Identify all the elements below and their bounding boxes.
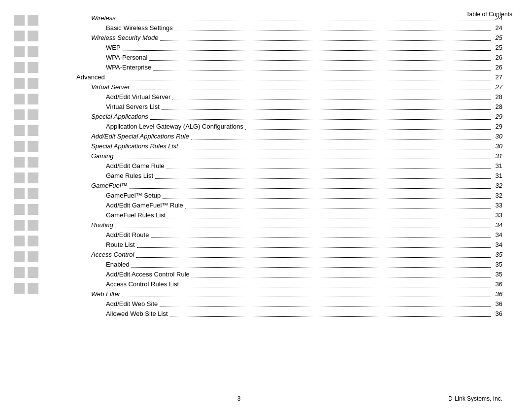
toc-dots (137, 241, 491, 248)
toc-page: 34 (493, 222, 502, 228)
square-row (14, 188, 38, 199)
toc-label: Gaming (76, 153, 114, 159)
toc-page: 31 (493, 153, 502, 159)
decorative-square (28, 78, 38, 89)
toc-entry: Web Filter36 (76, 290, 502, 297)
toc-entry: Allowed Web Site List36 (76, 309, 502, 317)
decorative-square (14, 62, 25, 73)
toc-page: 24 (493, 25, 502, 31)
decorative-square (28, 236, 38, 246)
toc-label: Routing (76, 222, 113, 228)
toc-entry: Routing34 (76, 221, 502, 228)
toc-page: 35 (493, 271, 502, 277)
toc-page: 32 (493, 182, 502, 189)
toc-label: GameFuel Rules List (76, 212, 166, 218)
toc-dots (151, 232, 491, 238)
toc-label: WPA-Enterprise (76, 64, 151, 70)
toc-entry: Virtual Servers List28 (76, 103, 502, 110)
decorative-square (28, 125, 38, 136)
toc-dots (180, 143, 491, 149)
toc-dots (132, 261, 491, 268)
decorative-square (14, 283, 25, 294)
toc-label: Special Applications (76, 113, 148, 120)
toc-label: Add/Edit Web Site (76, 301, 158, 307)
toc-page: 25 (493, 44, 502, 51)
square-row (14, 125, 38, 136)
toc-page: 28 (493, 94, 502, 100)
toc-dots (160, 34, 491, 41)
square-row (14, 236, 38, 246)
toc-label: Add/Edit Route (76, 232, 149, 238)
toc-label: Advanced (76, 74, 105, 80)
decorative-square (28, 141, 38, 152)
toc-dots (181, 281, 491, 287)
toc-dots (192, 271, 491, 277)
toc-dots (166, 163, 491, 169)
toc-page: 35 (493, 251, 502, 258)
square-row (14, 220, 38, 231)
toc-label: Add/Edit Virtual Server (76, 94, 170, 100)
toc-label: Wireless (76, 15, 116, 21)
toc-entry: Add/Edit Special Applications Rule30 (76, 132, 502, 139)
toc-entry: GameFuel™32 (76, 181, 502, 189)
toc-dots (132, 84, 491, 90)
toc-entry: Access Control35 (76, 250, 502, 258)
toc-page: 27 (493, 74, 502, 80)
square-row (14, 109, 38, 120)
square-row (14, 283, 38, 294)
toc-page: 28 (493, 103, 502, 110)
toc-label: Basic Wireless Settings (76, 25, 173, 31)
decorative-square (14, 94, 25, 104)
square-row (14, 31, 38, 41)
toc-dots (160, 301, 491, 307)
toc-dots (170, 310, 491, 317)
decorative-square (28, 46, 38, 57)
decorative-square (14, 46, 25, 57)
toc-entry: Route List34 (76, 240, 502, 248)
decorative-square (14, 125, 25, 136)
toc-entry: Virtual Server27 (76, 83, 502, 90)
toc-entry: Game Rules List31 (76, 171, 502, 179)
toc-page: 25 (493, 34, 502, 41)
decorative-square (14, 31, 25, 41)
toc-entry: WPA-Enterprise26 (76, 63, 502, 70)
toc-dots (116, 153, 491, 159)
toc-entry: WEP25 (76, 43, 502, 51)
square-row (14, 94, 38, 104)
footer-page-number: 3 (30, 395, 448, 402)
toc-dots (107, 74, 491, 80)
toc-dots (123, 44, 491, 51)
toc-page: 35 (493, 261, 502, 268)
toc-page: 34 (493, 232, 502, 238)
toc-page: 32 (493, 192, 502, 199)
toc-entry: Advanced27 (76, 73, 502, 80)
toc-dots (175, 25, 491, 31)
decorative-square (28, 204, 38, 215)
decorative-square (28, 172, 38, 183)
toc-entry: Application Level Gateway (ALG) Configur… (76, 122, 502, 130)
toc-label: Allowed Web Site List (76, 310, 168, 317)
decorative-square (14, 172, 25, 183)
decorative-square (14, 15, 25, 26)
toc-page: 33 (493, 202, 502, 208)
decorative-square (14, 157, 25, 168)
toc-dots (155, 172, 491, 179)
toc-label: Add/Edit Access Control Rule (76, 271, 190, 277)
toc-label: GameFuel™ Setup (76, 192, 161, 199)
decorative-square (28, 15, 38, 26)
toc-entry: Add/Edit GameFuel™ Rule33 (76, 201, 502, 208)
toc-label: Add/Edit GameFuel™ Rule (76, 202, 183, 208)
square-row (14, 46, 38, 57)
toc-page: 36 (493, 291, 502, 297)
toc-entry: Add/Edit Game Rule31 (76, 162, 502, 169)
toc-dots (130, 182, 491, 189)
toc-label: GameFuel™ (76, 182, 128, 189)
decorative-square (14, 251, 25, 262)
toc-entry: Add/Edit Virtual Server28 (76, 93, 502, 100)
decorative-square (14, 220, 25, 231)
toc-entry: WPA-Personal26 (76, 53, 502, 61)
decorative-square (14, 109, 25, 120)
decorative-square (28, 188, 38, 199)
decorative-square (14, 78, 25, 89)
toc-label: Access Control (76, 251, 134, 258)
